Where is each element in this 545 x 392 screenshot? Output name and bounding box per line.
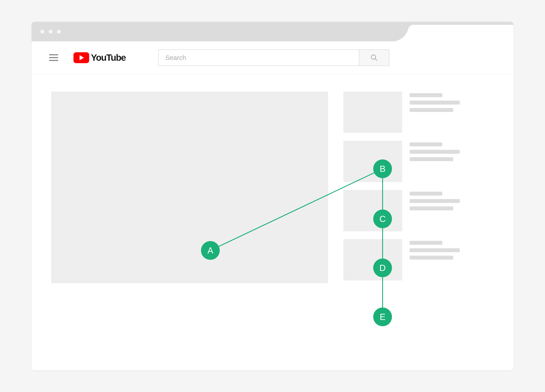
svg-line-1 [375, 59, 377, 60]
recommendation-meta [410, 190, 494, 231]
recommendation-item[interactable] [343, 190, 494, 231]
text-skeleton [410, 192, 442, 196]
text-skeleton [410, 93, 442, 97]
text-skeleton [410, 256, 453, 259]
text-skeleton [410, 150, 460, 154]
recommendations-sidebar [343, 91, 494, 283]
search-icon [370, 54, 378, 61]
text-skeleton [410, 206, 453, 210]
window-dot [40, 30, 44, 34]
browser-tab-curve [392, 25, 409, 41]
recommendation-item[interactable] [343, 141, 494, 182]
browser-mockup: YouTube [32, 22, 513, 370]
menu-icon[interactable] [49, 54, 58, 61]
search-bar [158, 49, 389, 66]
annotation-node-e: E [373, 308, 392, 326]
search-input[interactable] [158, 49, 359, 66]
recommendation-meta [410, 91, 494, 133]
play-icon [74, 52, 89, 63]
browser-chrome-bar [32, 22, 513, 41]
text-skeleton [410, 108, 453, 112]
text-skeleton [410, 248, 460, 252]
recommendation-meta [410, 141, 494, 182]
video-player[interactable] [51, 91, 328, 283]
recommendation-thumbnail [343, 141, 402, 182]
window-controls [40, 30, 61, 34]
text-skeleton [410, 199, 460, 203]
text-skeleton [410, 157, 453, 161]
recommendation-thumbnail [343, 190, 402, 231]
text-skeleton [410, 241, 442, 245]
browser-tab [409, 25, 513, 41]
recommendation-item[interactable] [343, 91, 494, 133]
recommendation-thumbnail [343, 239, 402, 281]
recommendation-meta [410, 239, 494, 281]
window-dot [57, 30, 61, 34]
search-button[interactable] [359, 49, 389, 66]
brand-text: YouTube [91, 53, 126, 63]
watch-content: ABCDE [32, 74, 513, 301]
text-skeleton [410, 101, 460, 104]
youtube-logo[interactable]: YouTube [74, 52, 126, 63]
recommendation-thumbnail [343, 91, 402, 133]
window-dot [49, 30, 53, 34]
text-skeleton [410, 142, 442, 146]
recommendation-item[interactable] [343, 239, 494, 281]
masthead: YouTube [32, 41, 513, 74]
